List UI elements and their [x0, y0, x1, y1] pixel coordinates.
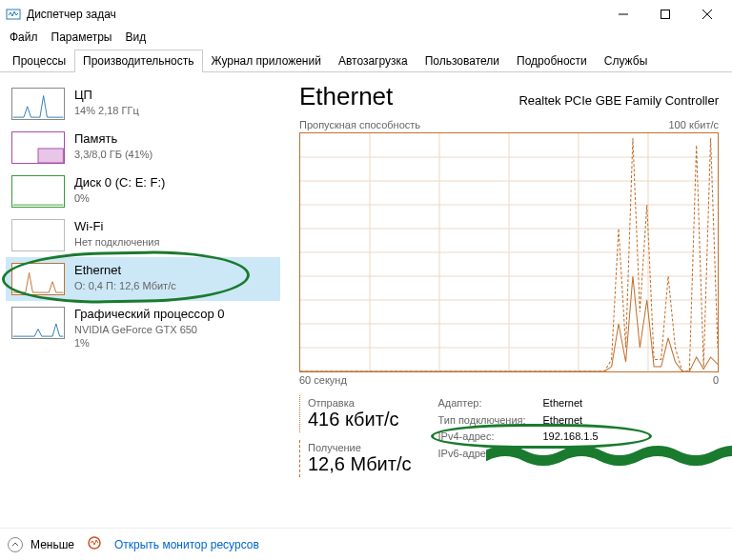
footer: Меньше Открыть монитор ресурсов: [0, 528, 732, 560]
kv-ipv6-k: IPv6-адрес:: [438, 446, 543, 463]
axis-right: 0: [713, 374, 719, 386]
axis-left: 60 секунд: [299, 374, 347, 386]
tab-details[interactable]: Подробности: [508, 50, 596, 72]
app-icon: [6, 7, 21, 22]
sidebar-cpu-sub: 14% 2,18 ГГц: [74, 104, 139, 117]
adapter-name: Realtek PCIe GBE Family Controller: [518, 93, 719, 108]
kv-ipv4-v: 192.168.1.5: [543, 429, 599, 446]
svg-rect-5: [38, 149, 63, 163]
throughput-chart: [299, 132, 719, 372]
menubar: Файл Параметры Вид: [0, 29, 732, 50]
maximize-button[interactable]: [644, 0, 686, 29]
sidebar-mem-sub: 3,3/8,0 ГБ (41%): [74, 148, 152, 161]
kv-conn-v: Ethernet: [543, 412, 583, 430]
wifi-thumb-icon: [11, 219, 65, 251]
kv-adapter-v: Ethernet: [543, 395, 583, 412]
sidebar-eth-title: Ethernet: [74, 263, 176, 279]
ethernet-thumb-icon: [11, 263, 65, 295]
stats-row: Отправка 416 кбит/с Получение 12,6 Мбит/…: [299, 395, 719, 477]
task-manager-window: Диспетчер задач Файл Параметры Вид Проце…: [0, 0, 732, 560]
sidebar-cpu-title: ЦП: [74, 88, 139, 104]
sidebar-item-disk0[interactable]: Диск 0 (C: E: F:)0%: [6, 170, 280, 213]
sidebar-item-cpu[interactable]: ЦП14% 2,18 ГГц: [6, 82, 280, 126]
window-title: Диспетчер задач: [27, 8, 116, 21]
sidebar-item-wifi[interactable]: Wi-FiНет подключения: [6, 213, 280, 257]
sidebar-gpu-title: Графический процессор 0: [74, 307, 225, 323]
resmon-icon: [88, 536, 101, 552]
kv-conn-k: Тип подключения:: [438, 412, 543, 430]
titlebar: Диспетчер задач: [0, 0, 732, 29]
collapse-icon[interactable]: [8, 537, 23, 552]
menu-options[interactable]: Параметры: [51, 30, 112, 44]
sidebar-disk-title: Диск 0 (C: E: F:): [74, 175, 165, 191]
stat-recv: Получение 12,6 Мбит/с: [299, 440, 412, 477]
tab-apphistory[interactable]: Журнал приложений: [203, 50, 330, 72]
disk-thumb-icon: [11, 175, 65, 208]
send-value: 416 кбит/с: [308, 409, 412, 430]
performance-sidebar: ЦП14% 2,18 ГГц Память3,3/8,0 ГБ (41%) Ди…: [0, 72, 286, 528]
kv-ipv4-k: IPv4-адрес:: [438, 429, 543, 446]
sidebar-gpu-sub: NVIDIA GeForce GTX 650: [74, 323, 225, 336]
sidebar-wifi-sub: Нет подключения: [74, 235, 159, 249]
open-resource-monitor-link[interactable]: Открыть монитор ресурсов: [114, 538, 259, 551]
tab-processes[interactable]: Процессы: [4, 50, 74, 72]
tab-performance[interactable]: Производительность: [74, 50, 202, 72]
gpu-thumb-icon: [11, 307, 65, 339]
chart-label-left: Пропускная способность: [299, 119, 420, 130]
main-pane: Ethernet Realtek PCIe GBE Family Control…: [286, 72, 732, 528]
sidebar-item-memory[interactable]: Память3,3/8,0 ГБ (41%): [6, 126, 280, 170]
tab-users[interactable]: Пользователи: [417, 50, 508, 72]
tab-startup[interactable]: Автозагрузка: [330, 50, 417, 72]
kv-adapter-k: Адаптер:: [438, 395, 543, 412]
tab-services[interactable]: Службы: [596, 50, 656, 72]
close-button[interactable]: [686, 0, 728, 29]
sidebar-mem-title: Память: [74, 131, 152, 148]
chart-label-right: 100 кбит/с: [668, 119, 719, 130]
cpu-thumb-icon: [11, 88, 65, 120]
send-label: Отправка: [308, 397, 412, 409]
tabs: Процессы Производительность Журнал прило…: [0, 50, 732, 72]
minimize-button[interactable]: [602, 0, 644, 29]
sidebar-wifi-title: Wi-Fi: [74, 219, 159, 235]
stat-send: Отправка 416 кбит/с: [299, 395, 412, 432]
menu-view[interactable]: Вид: [125, 30, 146, 44]
sidebar-item-ethernet[interactable]: EthernetО: 0,4 П: 12,6 Мбит/с: [6, 257, 280, 301]
sidebar-gpu-sub2: 1%: [74, 336, 225, 350]
sidebar-eth-sub: О: 0,4 П: 12,6 Мбит/с: [74, 279, 176, 292]
recv-value: 12,6 Мбит/с: [308, 453, 412, 475]
menu-file[interactable]: Файл: [10, 30, 38, 44]
memory-thumb-icon: [11, 131, 65, 164]
svg-point-21: [89, 537, 100, 549]
sidebar-disk-sub: 0%: [74, 191, 165, 205]
svg-rect-2: [661, 10, 670, 19]
sidebar-item-gpu0[interactable]: Графический процессор 0NVIDIA GeForce GT…: [6, 301, 280, 355]
recv-label: Получение: [308, 442, 412, 453]
fewer-details-button[interactable]: Меньше: [30, 538, 74, 551]
page-title: Ethernet: [299, 82, 393, 111]
details-kv: Адаптер:Ethernet Тип подключения:Etherne…: [438, 395, 599, 477]
